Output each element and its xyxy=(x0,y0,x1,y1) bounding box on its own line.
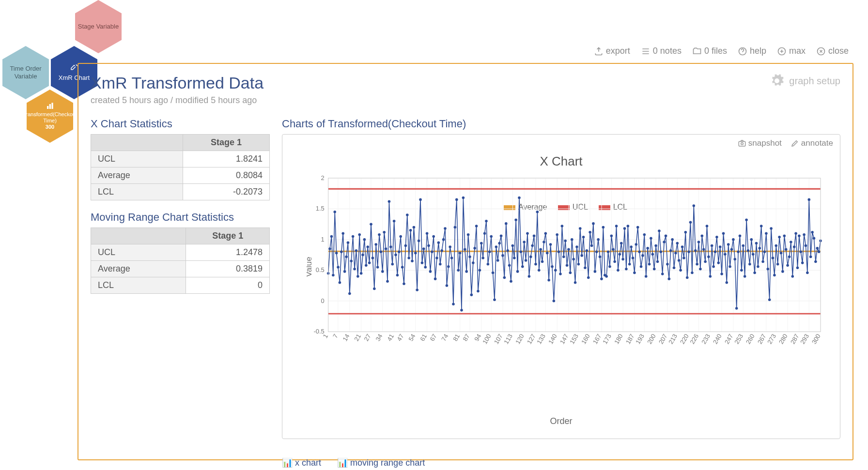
svg-point-318 xyxy=(661,273,664,275)
svg-point-186 xyxy=(444,227,447,230)
table-row: UCL1.2478 xyxy=(91,244,270,261)
svg-point-375 xyxy=(755,242,758,245)
svg-point-322 xyxy=(668,277,671,280)
svg-point-387 xyxy=(775,244,778,247)
svg-point-190 xyxy=(450,257,453,259)
svg-point-208 xyxy=(480,242,483,245)
svg-point-181 xyxy=(435,257,438,259)
svg-point-160 xyxy=(401,266,404,269)
svg-point-389 xyxy=(778,236,781,239)
svg-point-393 xyxy=(785,248,788,251)
tab-x-chart[interactable]: 📊 x chart xyxy=(282,458,328,468)
svg-point-345 xyxy=(706,225,709,227)
svg-point-285 xyxy=(607,250,610,253)
svg-text:207: 207 xyxy=(657,333,669,345)
svg-point-280 xyxy=(599,256,602,258)
svg-point-162 xyxy=(404,244,407,247)
svg-point-228 xyxy=(513,257,516,259)
svg-point-368 xyxy=(744,275,746,278)
svg-point-237 xyxy=(528,275,531,278)
hex-time-order[interactable]: Time Order Variable xyxy=(2,46,49,99)
svg-point-187 xyxy=(446,284,449,287)
annotate-button[interactable]: annotate xyxy=(790,138,833,148)
max-button[interactable]: max xyxy=(777,46,806,56)
tab-mr-chart[interactable]: 📊 moving range chart xyxy=(337,458,432,468)
svg-point-397 xyxy=(791,275,794,278)
svg-point-333 xyxy=(686,276,689,279)
svg-point-230 xyxy=(516,270,519,273)
svg-point-159 xyxy=(399,235,402,238)
svg-text:7: 7 xyxy=(331,333,340,339)
svg-point-311 xyxy=(650,237,652,240)
svg-point-401 xyxy=(798,234,801,237)
export-button[interactable]: export xyxy=(594,46,630,56)
files-button[interactable]: 0 files xyxy=(692,46,727,56)
svg-point-143 xyxy=(373,288,376,290)
hex-stage-variable[interactable]: Stage Variable xyxy=(75,0,122,53)
svg-point-317 xyxy=(660,250,663,253)
svg-point-299 xyxy=(630,245,633,248)
gear-icon xyxy=(770,74,784,88)
svg-point-355 xyxy=(722,232,725,235)
xstats-table: Stage 1 UCL1.8241Average0.8084LCL-0.2073 xyxy=(91,134,270,200)
svg-point-411 xyxy=(814,260,817,263)
svg-point-304 xyxy=(638,250,641,253)
svg-point-319 xyxy=(663,241,666,243)
svg-point-197 xyxy=(462,197,465,199)
help-button[interactable]: help xyxy=(738,46,766,56)
svg-point-277 xyxy=(594,270,597,273)
svg-point-363 xyxy=(735,307,738,310)
svg-point-290 xyxy=(615,225,618,227)
svg-point-287 xyxy=(610,234,613,237)
svg-point-141 xyxy=(370,223,372,226)
notes-button[interactable]: 0 notes xyxy=(641,46,682,56)
svg-point-239 xyxy=(531,244,534,247)
svg-text:74: 74 xyxy=(440,333,450,342)
svg-point-383 xyxy=(768,299,771,302)
svg-point-367 xyxy=(742,244,745,247)
mrstats-table: Stage 1 UCL1.2478Average0.3819LCL0 xyxy=(91,227,270,294)
svg-text:Value: Value xyxy=(307,257,313,277)
svg-point-399 xyxy=(794,232,797,235)
close-button[interactable]: close xyxy=(816,46,849,56)
svg-point-332 xyxy=(684,231,687,234)
graph-setup-button[interactable]: graph setup xyxy=(770,74,840,88)
svg-point-253 xyxy=(554,269,557,272)
svg-point-183 xyxy=(439,263,442,266)
svg-point-130 xyxy=(352,235,355,238)
svg-point-184 xyxy=(440,249,443,252)
svg-point-268 xyxy=(579,227,582,230)
svg-point-390 xyxy=(780,252,783,255)
svg-point-220 xyxy=(500,234,503,237)
svg-point-382 xyxy=(767,268,770,271)
svg-point-7 xyxy=(741,143,744,145)
svg-point-131 xyxy=(353,268,356,271)
svg-point-306 xyxy=(641,254,644,257)
x-chart-plot[interactable]: -0.500.511.52171421273441475461677481879… xyxy=(307,176,825,358)
svg-point-199 xyxy=(465,270,468,273)
svg-point-396 xyxy=(790,241,792,243)
svg-point-346 xyxy=(707,256,710,258)
svg-text:300: 300 xyxy=(810,333,822,345)
svg-point-240 xyxy=(533,234,536,237)
svg-point-136 xyxy=(361,254,364,257)
svg-point-173 xyxy=(422,247,425,250)
hex-transformed[interactable]: Transformed(Checkout Time)300 xyxy=(27,90,73,143)
svg-point-403 xyxy=(801,261,804,264)
svg-point-249 xyxy=(547,279,550,282)
svg-rect-1 xyxy=(49,104,51,109)
svg-text:34: 34 xyxy=(374,333,384,342)
chart-container: snapshot annotate X Chart -0.500.511.521… xyxy=(282,134,840,439)
svg-rect-6 xyxy=(739,141,745,146)
svg-point-361 xyxy=(732,238,735,241)
svg-point-293 xyxy=(620,242,623,245)
svg-text:67: 67 xyxy=(428,333,438,342)
svg-point-224 xyxy=(506,249,509,252)
svg-point-124 xyxy=(341,232,344,235)
svg-point-357 xyxy=(726,281,728,284)
svg-point-241 xyxy=(534,263,537,266)
svg-point-201 xyxy=(468,256,471,258)
svg-point-260 xyxy=(566,264,569,267)
svg-point-210 xyxy=(483,232,486,235)
snapshot-button[interactable]: snapshot xyxy=(738,138,782,148)
